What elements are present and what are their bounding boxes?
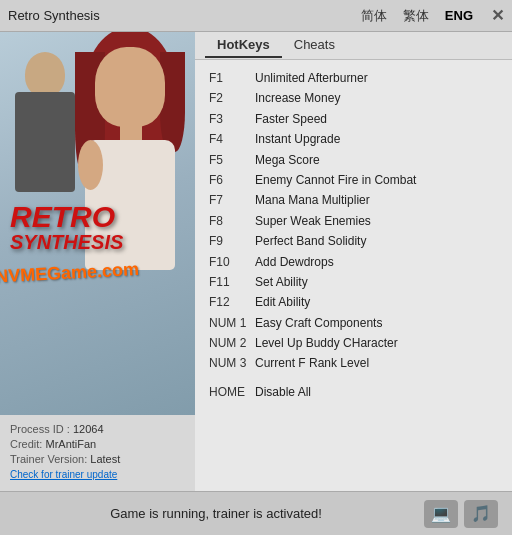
right-panel: HotKeys Cheats F1Unlimited AfterburnerF2… <box>195 32 512 491</box>
lang-simplified[interactable]: 简体 <box>357 5 391 27</box>
cheat-row: F7Mana Mana Multiplier <box>209 190 498 210</box>
status-bar: Game is running, trainer is activated! 💻… <box>0 491 512 535</box>
game-info-panel: Process ID : 12064 Credit: MrAntiFan Tra… <box>0 415 195 491</box>
cheat-row: F2Increase Money <box>209 88 498 108</box>
main-area: RETRO SYNTHESIS NVMEGame.com Process ID … <box>0 32 512 491</box>
cheat-row: NUM 1Easy Craft Components <box>209 313 498 333</box>
female-character <box>70 32 190 292</box>
cheat-description: Mana Mana Multiplier <box>255 190 370 210</box>
cheat-key: F8 <box>209 211 247 231</box>
cheat-row: NUM 3Current F Rank Level <box>209 353 498 373</box>
cheat-row: F6Enemy Cannot Fire in Combat <box>209 170 498 190</box>
cheat-key: F5 <box>209 150 247 170</box>
game-title-synthesis: SYNTHESIS <box>10 232 195 252</box>
window-title: Retro Synthesis <box>8 8 357 23</box>
lang-english[interactable]: ENG <box>441 6 477 25</box>
cheat-row: F4Instant Upgrade <box>209 129 498 149</box>
cheat-description: Set Ability <box>255 272 308 292</box>
cheat-description: Disable All <box>255 382 311 402</box>
cheat-row: HOMEDisable All <box>209 382 498 402</box>
male-body <box>15 92 75 192</box>
process-id: 12064 <box>73 423 104 435</box>
game-title-overlay: RETRO SYNTHESIS <box>0 202 195 252</box>
cheat-description: Enemy Cannot Fire in Combat <box>255 170 416 190</box>
music-icon[interactable]: 🎵 <box>464 500 498 528</box>
cheat-description: Current F Rank Level <box>255 353 369 373</box>
cheat-description: Add Dewdrops <box>255 252 334 272</box>
game-title-retro: RETRO <box>10 202 195 232</box>
character-illustration: RETRO SYNTHESIS NVMEGame.com <box>0 32 195 312</box>
cheat-key: NUM 3 <box>209 353 247 373</box>
cheat-key: F12 <box>209 292 247 312</box>
process-label: Process ID : <box>10 423 70 435</box>
cheat-row: F3Faster Speed <box>209 109 498 129</box>
version-row: Trainer Version: Latest <box>10 453 185 465</box>
cheat-description: Increase Money <box>255 88 340 108</box>
tab-hotkeys[interactable]: HotKeys <box>205 33 282 58</box>
cheat-key: F3 <box>209 109 247 129</box>
process-row: Process ID : 12064 <box>10 423 185 435</box>
cheat-row: F8Super Weak Enemies <box>209 211 498 231</box>
cheat-description: Edit Ability <box>255 292 310 312</box>
status-message: Game is running, trainer is activated! <box>14 506 418 521</box>
game-art-panel: RETRO SYNTHESIS NVMEGame.com Process ID … <box>0 32 195 491</box>
language-bar: 简体 繁体 ENG ✕ <box>357 5 504 27</box>
tab-cheats[interactable]: Cheats <box>282 33 347 58</box>
lang-traditional[interactable]: 繁体 <box>399 5 433 27</box>
cheat-key: F4 <box>209 129 247 149</box>
update-link[interactable]: Check for trainer update <box>10 469 117 480</box>
cheat-description: Unlimited Afterburner <box>255 68 368 88</box>
cheat-description: Perfect Band Solidity <box>255 231 366 251</box>
cheat-key: NUM 2 <box>209 333 247 353</box>
cheat-key: F6 <box>209 170 247 190</box>
cheat-row: F12Edit Ability <box>209 292 498 312</box>
cheat-description: Mega Score <box>255 150 320 170</box>
cheat-description: Instant Upgrade <box>255 129 340 149</box>
cheat-key: F7 <box>209 190 247 210</box>
cheat-key: F9 <box>209 231 247 251</box>
update-row[interactable]: Check for trainer update <box>10 468 185 480</box>
cheat-key: HOME <box>209 382 247 402</box>
cheat-key: F1 <box>209 68 247 88</box>
version-label: Trainer Version: <box>10 453 87 465</box>
cheat-gap <box>209 374 498 382</box>
female-shoulder <box>78 140 103 190</box>
cheat-description: Easy Craft Components <box>255 313 382 333</box>
cheat-list: F1Unlimited AfterburnerF2Increase MoneyF… <box>195 60 512 491</box>
female-face <box>95 47 165 127</box>
cheat-row: F5Mega Score <box>209 150 498 170</box>
cheat-description: Level Up Buddy CHaracter <box>255 333 398 353</box>
cheat-key: F2 <box>209 88 247 108</box>
monitor-icon[interactable]: 💻 <box>424 500 458 528</box>
cheat-row: F11Set Ability <box>209 272 498 292</box>
male-head <box>25 52 65 97</box>
cheat-description: Faster Speed <box>255 109 327 129</box>
cheat-key: F10 <box>209 252 247 272</box>
credit-row: Credit: MrAntiFan <box>10 438 185 450</box>
cheat-key: F11 <box>209 272 247 292</box>
cheat-row: NUM 2Level Up Buddy CHaracter <box>209 333 498 353</box>
cheat-description: Super Weak Enemies <box>255 211 371 231</box>
close-button[interactable]: ✕ <box>491 6 504 25</box>
cheat-row: F1Unlimited Afterburner <box>209 68 498 88</box>
version-value: Latest <box>90 453 120 465</box>
credit-value: MrAntiFan <box>45 438 96 450</box>
cheat-key: NUM 1 <box>209 313 247 333</box>
credit-label: Credit: <box>10 438 42 450</box>
tab-bar: HotKeys Cheats <box>195 32 512 60</box>
cheat-row: F9Perfect Band Solidity <box>209 231 498 251</box>
title-bar: Retro Synthesis 简体 繁体 ENG ✕ <box>0 0 512 32</box>
cheat-row: F10Add Dewdrops <box>209 252 498 272</box>
